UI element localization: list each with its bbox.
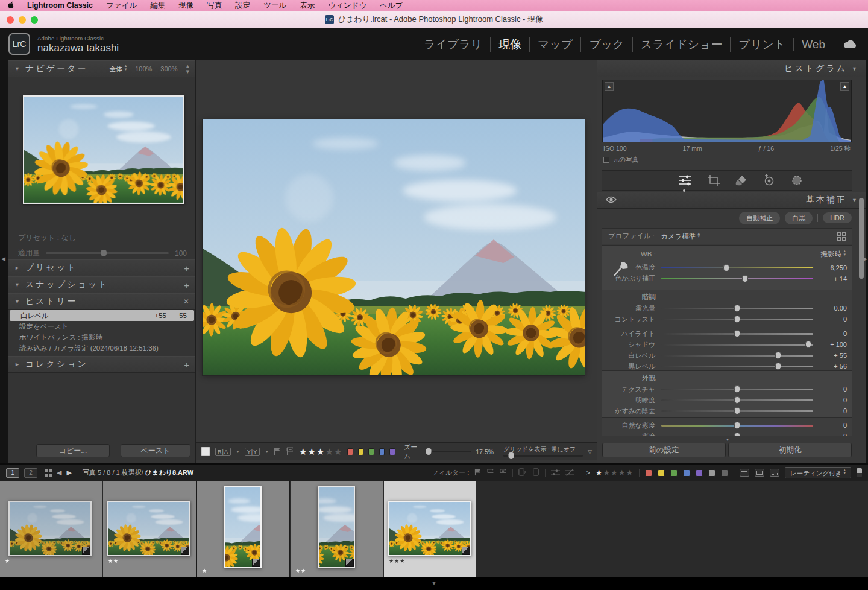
nav-fit-option[interactable]: 全体 ▴▾ [110, 64, 127, 74]
filter-unedited-icon[interactable] [532, 468, 539, 477]
main-photo[interactable] [203, 119, 585, 375]
photo-thumbnail[interactable] [107, 501, 190, 556]
right-panel-edge[interactable] [866, 60, 868, 463]
reject-flag-icon[interactable] [286, 446, 294, 457]
module-map[interactable]: マップ [529, 37, 580, 52]
collapse-triangle-icon[interactable]: ▼ [14, 66, 20, 72]
filter-view-split-icon[interactable] [755, 469, 764, 477]
module-slideshow[interactable]: スライドショー [632, 37, 731, 52]
crop-tool-icon[interactable] [707, 174, 720, 186]
thumb-rating[interactable]: ★ [5, 558, 10, 564]
second-monitor-button[interactable]: 2 [24, 468, 37, 478]
shadow-clipping-indicator[interactable]: ▲ [605, 82, 614, 91]
filter-rating-stars[interactable]: ★★★★★ [596, 468, 634, 477]
add-collection-icon[interactable]: + [184, 360, 189, 370]
wb-value[interactable]: 撮影時 ▴▾ [821, 249, 846, 259]
color-label-green[interactable] [368, 448, 374, 455]
history-step[interactable]: 設定をペースト [8, 321, 195, 332]
add-preset-icon[interactable]: + [184, 263, 189, 273]
grid-view-icon[interactable] [45, 469, 52, 477]
menubar-app-name[interactable]: Lightroom Classic [27, 1, 93, 10]
saturation-slider[interactable] [661, 436, 813, 436]
panel-scroll-indicator-icon[interactable]: ▾ [726, 437, 729, 442]
texture-slider[interactable] [661, 389, 813, 390]
collapsed-triangle-icon[interactable]: ► [14, 361, 20, 367]
history-step[interactable]: 読み込み / カメラ設定 (2024/06/18 12:51:36) [8, 343, 195, 354]
red-eye-tool-icon[interactable] [763, 174, 776, 186]
photo-thumbnail[interactable] [388, 501, 471, 556]
filter-toggle-switch[interactable] [857, 468, 862, 477]
filter-view-stack-icon[interactable] [770, 469, 779, 477]
nav-zoom-300[interactable]: 300% [160, 65, 177, 72]
close-button[interactable] [7, 16, 14, 24]
whites-slider[interactable] [661, 355, 813, 357]
clarity-slider[interactable] [661, 399, 813, 401]
menu-photo[interactable]: 写真 [207, 1, 222, 11]
histogram-header[interactable]: ヒストグラム ▼ [597, 60, 866, 77]
profile-browser-icon[interactable] [837, 232, 846, 241]
rating-stars[interactable]: ★★★★★ [299, 446, 342, 457]
highlights-slider[interactable] [661, 333, 813, 335]
filter-adjustments-icon[interactable] [551, 469, 560, 477]
auto-tone-button[interactable]: 自動補正 [739, 212, 780, 224]
before-after-dropdown-icon[interactable]: ▼ [236, 449, 240, 454]
thumbnail-cell-5-selected[interactable]: ★★★ [384, 481, 476, 577]
presets-header[interactable]: ► プリセット + [8, 259, 195, 276]
loupe-view-button[interactable] [201, 447, 210, 456]
vibrance-slider[interactable] [661, 425, 813, 427]
left-panel-edge[interactable]: ◀ [0, 60, 8, 463]
thumb-rating[interactable]: ★★★ [389, 558, 405, 564]
history-step-selected[interactable]: 白レベル +55 55 [10, 310, 194, 321]
hide-filmstrip-icon[interactable]: ▼ [432, 580, 437, 586]
basic-panel-header[interactable]: 基本補正 ▼ [597, 192, 866, 209]
filter-reject-flag-icon[interactable] [500, 469, 507, 477]
previous-settings-button[interactable]: 前の設定 [602, 443, 726, 457]
grid-size-slider[interactable] [503, 455, 583, 457]
history-step[interactable]: ホワイトバランス : 撮影時 [8, 332, 195, 343]
collapse-triangle-icon[interactable]: ▼ [852, 197, 857, 203]
nav-zoom-100[interactable]: 100% [135, 65, 152, 72]
blacks-slider[interactable] [661, 366, 813, 367]
copy-button[interactable]: コピー... [36, 444, 110, 457]
healing-tool-icon[interactable] [735, 174, 748, 186]
filter-edited-icon[interactable] [518, 468, 526, 477]
module-web[interactable]: Web [793, 38, 833, 51]
thumbnail-cell-4[interactable]: ★★ [291, 481, 383, 577]
menu-settings[interactable]: 設定 [235, 1, 250, 11]
soft-proof-dropdown-icon[interactable]: ▼ [265, 449, 269, 454]
panel-scrollbar[interactable] [859, 198, 864, 279]
color-label-yellow[interactable] [358, 448, 364, 455]
module-print[interactable]: プリント [730, 37, 793, 52]
paste-button[interactable]: ペースト [121, 444, 190, 457]
snapshots-header[interactable]: ▼ スナップショット + [8, 276, 195, 293]
filter-no-adjustments-icon[interactable] [565, 469, 574, 477]
histogram-chart[interactable]: ▲ ▲ [602, 80, 852, 142]
dehaze-slider[interactable] [661, 410, 813, 412]
menu-edit[interactable]: 編集 [150, 1, 165, 11]
collections-header[interactable]: ► コレクション + [8, 356, 195, 373]
color-label-blue[interactable] [379, 448, 385, 455]
expanded-triangle-icon[interactable]: ▼ [14, 299, 20, 305]
shadows-slider[interactable] [661, 344, 813, 346]
wb-eyedropper-icon[interactable] [611, 254, 631, 278]
collapsed-triangle-icon[interactable]: ► [14, 265, 20, 271]
module-book[interactable]: ブック [580, 37, 632, 52]
tint-slider[interactable] [661, 278, 813, 279]
minimize-button[interactable] [19, 16, 26, 24]
thumb-rating[interactable]: ★★ [108, 558, 119, 564]
add-snapshot-icon[interactable]: + [184, 280, 189, 290]
main-monitor-button[interactable]: 1 [6, 468, 19, 478]
menu-develop[interactable]: 現像 [178, 1, 193, 11]
soft-proof-button[interactable]: Y|Y [245, 448, 260, 456]
selection-info[interactable]: 写真 5 / 8 / 1 枚選択/ ひまわり8.ARW [83, 468, 193, 477]
toolbar-options-icon[interactable]: ▽ [588, 449, 592, 455]
color-label-red[interactable] [347, 448, 353, 455]
bottom-panel-edge[interactable]: ▼ [0, 577, 868, 590]
nav-zoom-stepper-icon[interactable]: ▴▾ [186, 63, 189, 74]
zoom-button[interactable] [31, 16, 38, 24]
hdr-button[interactable]: HDR [823, 212, 852, 223]
filter-color-yellow[interactable] [658, 469, 665, 477]
navigator-header[interactable]: ▼ ナビゲーター 全体 ▴▾ 100% 300% ▴▾ [8, 60, 195, 77]
history-header[interactable]: ▼ ヒストリー ✕ [8, 293, 195, 310]
navigator-preview[interactable] [23, 95, 184, 204]
